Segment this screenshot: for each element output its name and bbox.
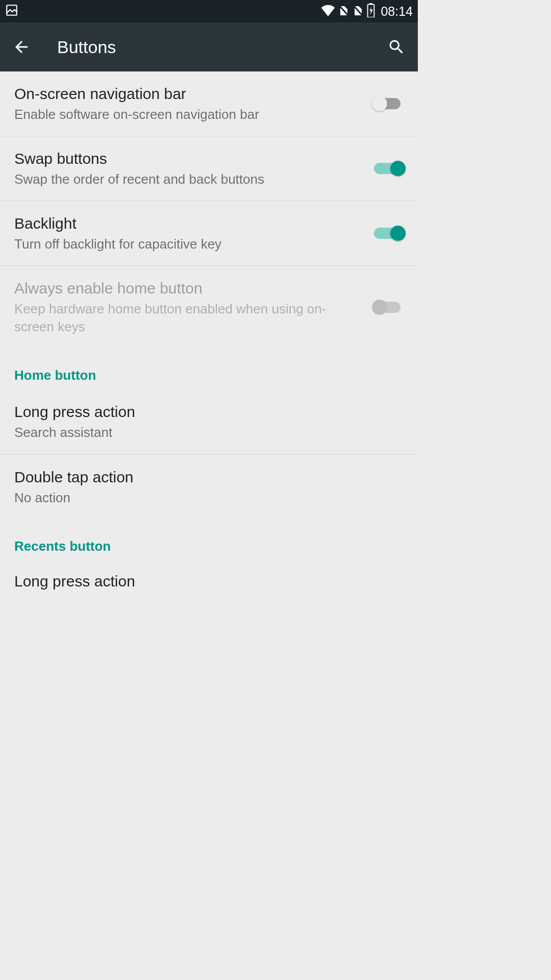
- setting-subtitle: Enable software on-screen navigation bar: [14, 106, 364, 124]
- setting-title: Swap buttons: [14, 149, 364, 168]
- setting-title: Long press action: [14, 402, 393, 422]
- section-header-recents: Recents button: [0, 519, 418, 560]
- back-button[interactable]: [9, 35, 34, 59]
- switch-swap-buttons[interactable]: [374, 159, 404, 178]
- setting-text: On-screen navigation bar Enable software…: [14, 84, 374, 124]
- switch-onscreen-nav[interactable]: [374, 94, 404, 113]
- setting-text: Always enable home button Keep hardware …: [14, 278, 374, 336]
- image-icon: [5, 4, 18, 19]
- status-bar: 08:14: [0, 0, 418, 22]
- switch-backlight[interactable]: [374, 224, 404, 242]
- setting-onscreen-nav[interactable]: On-screen navigation bar Enable software…: [0, 71, 418, 136]
- setting-home-double-tap[interactable]: Double tap action No action: [0, 455, 418, 519]
- setting-subtitle: Turn off backlight for capacitive key: [14, 235, 364, 253]
- status-time: 08:14: [381, 4, 413, 19]
- settings-list[interactable]: On-screen navigation bar Enable software…: [0, 71, 418, 590]
- setting-title: Always enable home button: [14, 278, 364, 298]
- setting-value: Search assistant: [14, 424, 393, 442]
- no-sim-icon-1: [338, 4, 350, 19]
- setting-title: On-screen navigation bar: [14, 84, 364, 104]
- setting-text: Double tap action No action: [14, 467, 404, 507]
- setting-text: Swap buttons Swap the order of recent an…: [14, 149, 374, 188]
- setting-text: Long press action Search assistant: [14, 402, 404, 442]
- setting-title: Backlight: [14, 213, 364, 233]
- setting-text: Backlight Turn off backlight for capacit…: [14, 213, 374, 253]
- setting-title: Double tap action: [14, 467, 393, 487]
- battery-charging-icon: [366, 3, 375, 19]
- app-bar: Buttons: [0, 22, 418, 71]
- setting-subtitle: Swap the order of recent and back button…: [14, 170, 364, 188]
- setting-swap-buttons[interactable]: Swap buttons Swap the order of recent an…: [0, 136, 418, 201]
- setting-recents-long-press[interactable]: Long press action: [0, 560, 418, 590]
- no-sim-icon-2: [352, 4, 364, 19]
- status-right: 08:14: [320, 3, 413, 19]
- setting-title: Long press action: [14, 573, 404, 590]
- section-header-home: Home button: [0, 348, 418, 389]
- svg-rect-4: [370, 3, 372, 5]
- switch-always-home: [374, 298, 404, 316]
- setting-home-long-press[interactable]: Long press action Search assistant: [0, 389, 418, 454]
- setting-backlight[interactable]: Backlight Turn off backlight for capacit…: [0, 201, 418, 266]
- page-title: Buttons: [57, 37, 384, 57]
- setting-always-home: Always enable home button Keep hardware …: [0, 266, 418, 348]
- search-button[interactable]: [384, 35, 409, 59]
- setting-value: No action: [14, 489, 393, 507]
- status-left: [5, 4, 18, 19]
- setting-subtitle: Keep hardware home button enabled when u…: [14, 300, 364, 336]
- wifi-icon: [320, 4, 336, 18]
